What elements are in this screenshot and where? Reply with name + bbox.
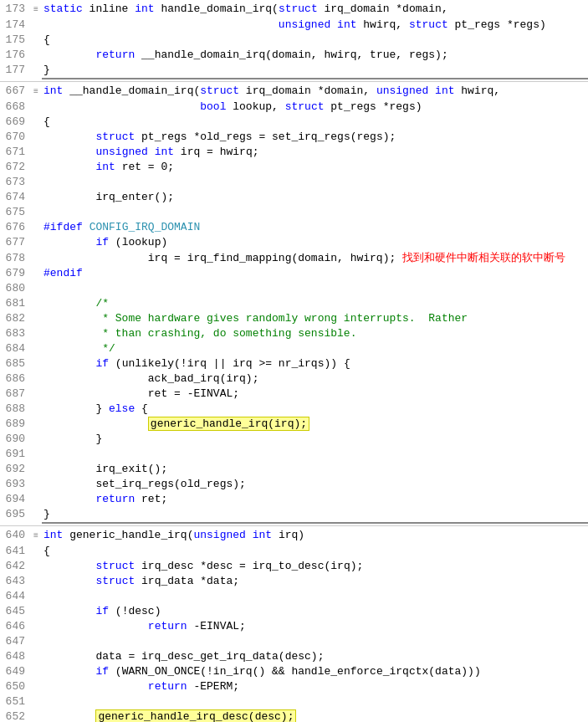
code-line-176: 176 return __handle_domain_irq(domain, h… [0,48,588,63]
code-line-645: 645 if (!desc) [0,604,588,619]
annotation-text: 找到和硬件中断相关联的软中断号 [402,251,565,264]
line-number: 690 [0,432,30,447]
code-line-648: 648 data = irq_desc_get_irq_data(desc); [0,649,588,664]
line-number: 693 [0,477,30,492]
line-number: 647 [0,634,30,649]
line-number: 645 [0,604,30,619]
line-number: 687 [0,387,30,402]
code-content: int __handle_domain_irq(struct irq_domai… [42,84,588,99]
line-number: 175 [0,33,30,48]
code-line-673: 673 [0,175,588,190]
code-content: ack_bad_irq(irq); [42,371,588,387]
code-content: irq_enter(); [42,190,588,205]
code-content: irq = irq_find_mapping(domain, hwirq); 找… [42,250,588,266]
code-line-651: 651 [0,694,588,709]
line-number: 644 [0,589,30,604]
code-line-693: 693 set_irq_regs(old_regs); [0,477,588,492]
code-line-647: 647 [0,634,588,649]
line-number: 651 [0,694,30,709]
code-viewer: 173≡static inline int handle_domain_irq(… [0,0,588,722]
code-line-672: 672 int ret = 0; [0,160,588,175]
fold-icon[interactable]: ≡ [30,529,42,544]
code-content: } [42,507,588,522]
code-content: return -EPERM; [42,679,588,694]
code-line-175: 175{ [0,33,588,48]
code-line-677: 677 if (lookup) [0,235,588,250]
line-number: 689 [0,417,30,432]
code-line-688: 688 } else { [0,402,588,417]
code-line-692: 692 irq_exit(); [0,462,588,477]
code-content: /* [42,296,588,311]
line-number: 681 [0,296,30,311]
code-line-690: 690 } [0,432,588,447]
code-content: bool lookup, struct pt_regs *regs) [42,100,588,115]
line-number: 683 [0,326,30,341]
code-line-675: 675 [0,205,588,220]
code-line-687: 687 ret = -EINVAL; [0,387,588,402]
line-number: 677 [0,235,30,250]
code-line-643: 643 struct irq_data *data; [0,574,588,589]
line-number: 678 [0,251,30,266]
line-number: 649 [0,664,30,679]
line-number: 648 [0,649,30,664]
code-line-667: 667≡int __handle_domain_irq(struct irq_d… [0,84,588,100]
fold-icon[interactable]: ≡ [30,84,42,100]
line-number: 674 [0,190,30,205]
line-number: 668 [0,100,30,115]
line-number: 671 [0,145,30,160]
line-number: 646 [0,619,30,634]
code-content: int ret = 0; [42,160,588,175]
line-number: 177 [0,63,30,78]
line-number: 675 [0,205,30,220]
line-number: 174 [0,18,30,33]
code-line-689: 689 generic_handle_irq(irq); [0,417,588,432]
code-line-691: 691 [0,447,588,462]
code-line-681: 681 /* [0,296,588,311]
code-content: return __handle_domain_irq(domain, hwirq… [42,48,588,63]
code-block-block2: 667≡int __handle_domain_irq(struct irq_d… [0,82,588,526]
code-line-640: 640≡int generic_handle_irq(unsigned int … [0,528,588,544]
code-content: struct irq_data *data; [42,574,588,589]
code-content: unsigned int irq = hwirq; [42,145,588,160]
line-number: 680 [0,281,30,296]
code-content: ret = -EINVAL; [42,387,588,402]
code-content: data = irq_desc_get_irq_data(desc); [42,649,588,664]
code-content: * than crashing, do something sensible. [42,326,588,341]
code-line-671: 671 unsigned int irq = hwirq; [0,145,588,160]
code-line-173: 173≡static inline int handle_domain_irq(… [0,2,588,18]
code-line-684: 684 */ [0,341,588,356]
highlight-box: generic_handle_irq_desc(desc); [95,709,296,722]
line-number: 650 [0,679,30,694]
code-line-694: 694 return ret; [0,492,588,507]
line-number: 643 [0,574,30,589]
code-content: int generic_handle_irq(unsigned int irq) [42,528,588,543]
code-content: if (WARN_ON_ONCE(!in_irq() && handle_enf… [42,664,588,679]
line-number: 686 [0,371,30,387]
fold-icon[interactable]: ≡ [30,3,42,18]
code-content: { [42,544,588,559]
line-number: 676 [0,220,30,235]
code-line-680: 680 [0,281,588,296]
line-number: 673 [0,175,30,190]
code-content: generic_handle_irq(irq); [42,417,588,432]
line-number: 679 [0,266,30,281]
line-number: 682 [0,311,30,326]
line-number: 640 [0,528,30,543]
code-line-177: 177} [0,63,588,78]
code-line-678: 678 irq = irq_find_mapping(domain, hwirq… [0,250,588,266]
code-line-670: 670 struct pt_regs *old_regs = set_irq_r… [0,130,588,145]
code-content: { [42,115,588,130]
code-content: */ [42,341,588,356]
code-line-685: 685 if (unlikely(!irq || irq >= nr_irqs)… [0,356,588,371]
code-content: if (lookup) [42,235,588,250]
code-line-674: 674 irq_enter(); [0,190,588,205]
code-line-174: 174 unsigned int hwirq, struct pt_regs *… [0,18,588,33]
line-number: 669 [0,115,30,130]
line-number: 691 [0,447,30,462]
line-number: 667 [0,84,30,99]
line-number: 173 [0,2,30,17]
code-line-683: 683 * than crashing, do something sensib… [0,326,588,341]
code-line-668: 668 bool lookup, struct pt_regs *regs) [0,100,588,115]
code-content: #ifdef CONFIG_IRQ_DOMAIN [42,220,588,235]
code-line-650: 650 return -EPERM; [0,679,588,694]
